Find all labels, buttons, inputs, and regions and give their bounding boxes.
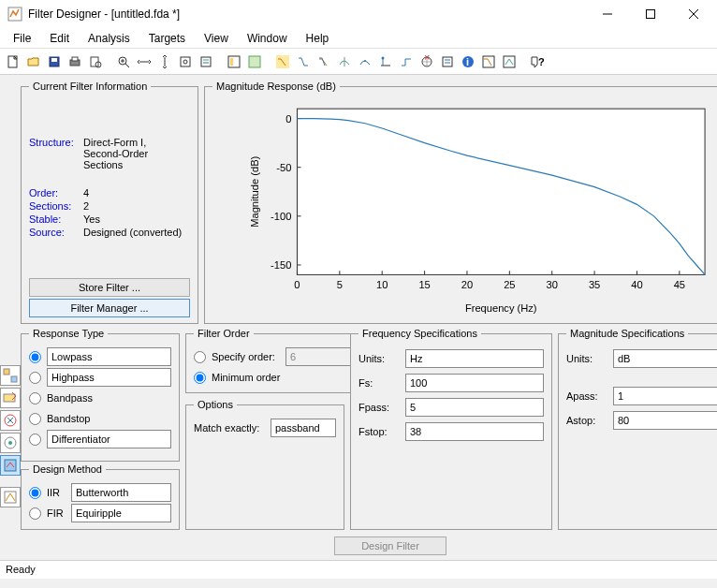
design-method-panel: Design Method IIRButterworth FIREquiripp…: [21, 463, 180, 530]
app-icon: [7, 7, 22, 22]
magnitude-legend: Magnitude Response (dB): [212, 81, 340, 92]
svg-text:0: 0: [285, 113, 291, 125]
svg-rect-24: [230, 58, 233, 66]
mag-units-label: Units:: [566, 353, 607, 364]
menu-analysis[interactable]: Analysis: [79, 30, 139, 47]
bandstop-radio[interactable]: [29, 413, 41, 425]
maximize-button[interactable]: [629, 0, 672, 28]
save-icon[interactable]: [45, 52, 64, 71]
menu-help[interactable]: Help: [297, 30, 339, 47]
magnitude-icon[interactable]: [273, 52, 292, 71]
side-design-icon[interactable]: [0, 365, 21, 386]
side-quantize-icon[interactable]: [0, 487, 21, 507]
side-polezero-icon[interactable]: [0, 410, 21, 431]
side-import-icon[interactable]: [0, 388, 21, 408]
match-exactly-select[interactable]: passband: [271, 419, 336, 437]
round-off-icon[interactable]: [500, 52, 519, 71]
zoom-in-icon[interactable]: [114, 52, 133, 71]
specify-order-radio[interactable]: [194, 351, 206, 363]
apass-input[interactable]: [613, 387, 717, 405]
side-current-icon[interactable]: [0, 455, 21, 476]
zoom-y-icon[interactable]: [155, 52, 174, 71]
astop-input[interactable]: [613, 411, 717, 430]
svg-text:40: 40: [631, 279, 642, 290]
zoom-x-icon[interactable]: [135, 52, 154, 71]
print-icon[interactable]: [66, 52, 84, 71]
iir-select[interactable]: Butterworth: [71, 483, 171, 502]
coefficients-icon[interactable]: [438, 52, 457, 71]
design-method-legend: Design Method: [29, 463, 106, 475]
freq-spec-legend: Frequency Specifications: [358, 328, 481, 339]
side-realize-icon[interactable]: [0, 433, 21, 453]
new-icon[interactable]: [4, 52, 22, 71]
mag-units-select[interactable]: dB: [613, 349, 717, 368]
filter-info-icon[interactable]: i: [459, 52, 477, 71]
magphase-icon[interactable]: [315, 52, 333, 71]
fir-radio[interactable]: [29, 507, 41, 520]
full-view-icon[interactable]: [245, 52, 264, 71]
step-icon[interactable]: [397, 52, 416, 71]
minimize-button[interactable]: [586, 0, 629, 28]
print-preview-icon[interactable]: [86, 52, 105, 71]
highpass-select[interactable]: Highpass: [47, 368, 171, 387]
group-delay-icon[interactable]: [335, 52, 354, 71]
store-filter-button[interactable]: Store Filter ...: [29, 278, 190, 297]
frequency-spec-panel: Frequency Specifications Units:Hz Fs: Fp…: [350, 328, 552, 530]
minimum-order-radio[interactable]: [194, 372, 206, 384]
sections-value: 2: [83, 200, 89, 212]
magnitude-chart: 0510152025303540450-50-100-150Frequency …: [212, 99, 717, 317]
structure-value: Direct-Form I, Second-Order Sections: [83, 137, 186, 170]
options-legend: Options: [194, 399, 237, 410]
filter-info-panel: Current Filter Information Structure:Dir…: [21, 81, 198, 324]
toggle-legend-icon[interactable]: [197, 52, 215, 71]
svg-text:-50: -50: [276, 162, 291, 173]
svg-rect-25: [249, 56, 260, 67]
structure-label: Structure:: [29, 137, 83, 170]
fstop-input[interactable]: [405, 422, 544, 441]
filter-manager-button[interactable]: Filter Manager ...: [29, 299, 190, 317]
lowpass-radio[interactable]: [29, 351, 41, 363]
iir-radio[interactable]: [29, 487, 41, 499]
svg-text:?: ?: [538, 56, 545, 67]
fs-input[interactable]: [405, 374, 544, 392]
menu-file[interactable]: File: [4, 30, 40, 47]
phase-delay-icon[interactable]: [356, 52, 374, 71]
svg-text:5: 5: [337, 279, 343, 290]
titlebar: Filter Designer - [untitled.fda *]: [0, 0, 717, 28]
svg-rect-41: [483, 56, 494, 67]
differentiator-select[interactable]: Differentiator: [47, 430, 171, 448]
freq-units-select[interactable]: Hz: [405, 349, 544, 368]
phase-icon[interactable]: [294, 52, 313, 71]
whats-this-icon[interactable]: ?: [528, 52, 547, 71]
open-icon[interactable]: [24, 52, 43, 71]
menu-window[interactable]: Window: [238, 30, 297, 47]
svg-rect-52: [5, 460, 16, 471]
highpass-radio[interactable]: [29, 372, 41, 384]
menu-edit[interactable]: Edit: [40, 30, 79, 47]
minimum-order-label: Minimum order: [212, 372, 280, 383]
side-toolbar: [0, 75, 21, 560]
source-value: Designed (converted): [83, 227, 182, 238]
impulse-icon[interactable]: [376, 52, 395, 71]
menu-view[interactable]: View: [195, 30, 238, 47]
stable-value: Yes: [83, 213, 100, 225]
polezero-icon[interactable]: ×: [417, 52, 436, 71]
fir-select[interactable]: Equiripple: [71, 504, 171, 522]
magmask-icon[interactable]: [479, 52, 498, 71]
svg-text:20: 20: [461, 279, 473, 290]
design-filter-button[interactable]: Design Filter: [334, 537, 446, 555]
svg-rect-36: [443, 57, 452, 66]
filter-info-legend: Current Filter Information: [29, 81, 151, 92]
svg-point-19: [183, 60, 187, 64]
restore-view-icon[interactable]: [176, 52, 195, 71]
svg-rect-45: [11, 376, 17, 382]
fs-label: Fs:: [358, 377, 400, 389]
lowpass-select[interactable]: Lowpass: [47, 347, 171, 366]
menu-targets[interactable]: Targets: [139, 30, 195, 47]
bandpass-radio[interactable]: [29, 392, 41, 404]
filter-specs-icon[interactable]: [225, 52, 243, 71]
differentiator-radio[interactable]: [29, 434, 41, 446]
fpass-input[interactable]: [405, 398, 544, 417]
close-button[interactable]: [672, 0, 715, 28]
filter-order-legend: Filter Order: [194, 328, 254, 339]
